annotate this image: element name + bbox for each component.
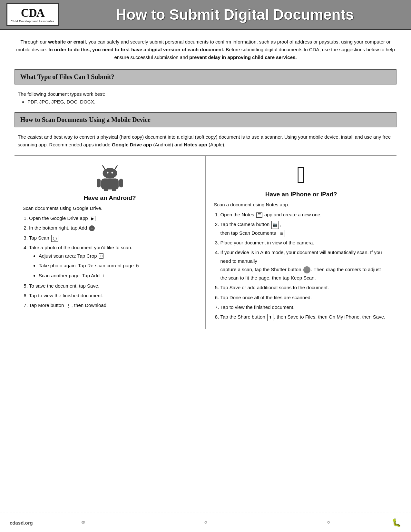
android-sub-step-4a: Adjust scan area: Tap Crop □ bbox=[39, 252, 197, 260]
svg-rect-6 bbox=[97, 179, 101, 187]
iphone-step-7: Tap to view the finished document. bbox=[220, 303, 389, 311]
rescan-icon: ↻ bbox=[136, 262, 140, 270]
section1-header: What Type of Files Can I Submit? bbox=[15, 69, 396, 84]
android-step-6: Tap to view the finished document. bbox=[29, 291, 197, 300]
svg-rect-7 bbox=[119, 179, 123, 187]
add-icon: + bbox=[89, 225, 95, 231]
android-step-2: In the bottom right, tap Add + bbox=[29, 224, 197, 232]
apple-icon:  bbox=[214, 162, 389, 188]
iphone-step-5: Tap Save or add additional scans to the … bbox=[220, 283, 389, 292]
google-drive-icon: ▶ bbox=[90, 216, 95, 221]
iphone-column:  Have an iPhone or iPad? Scan a documen… bbox=[206, 156, 397, 329]
more-dots-icon: ⋮ bbox=[66, 302, 71, 310]
android-title: Have an Android? bbox=[23, 194, 197, 202]
footer: cdasd.org ⚭ ⚬ ⚬ 🐛 bbox=[0, 513, 411, 532]
share-icon: ⬆ bbox=[267, 314, 273, 321]
android-step-4: Take a photo of the document you'd like … bbox=[29, 243, 197, 281]
footer-url: cdasd.org bbox=[10, 520, 33, 526]
main-content: Through our website or email, you can sa… bbox=[0, 30, 411, 337]
footer-butterfly-icon: 🐛 bbox=[392, 518, 401, 527]
iphone-steps: Open the Notes ☰ app and create a new on… bbox=[220, 211, 389, 321]
section1-list: PDF, JPG, JPEG, DOC, DOCX. bbox=[27, 98, 393, 106]
footer-doodle: ⚭ ⚬ ⚬ bbox=[33, 518, 392, 527]
iphone-step-3: Place your document in view of the camer… bbox=[220, 239, 389, 247]
android-sub-step-4c: Scan another page: Tap Add + bbox=[39, 271, 197, 281]
iphone-subtitle: Scan a document using Notes app. bbox=[214, 202, 389, 207]
section1-body: The following document types work best: … bbox=[15, 90, 396, 106]
section2-header: How to Scan Documents Using a Mobile Dev… bbox=[15, 112, 396, 127]
android-icon bbox=[23, 162, 197, 191]
camera-icon: 📷 bbox=[271, 221, 279, 229]
android-steps: Open the Google Drive app ▶ In the botto… bbox=[29, 214, 197, 310]
iphone-step-4: If your device is in Auto mode, your doc… bbox=[220, 248, 389, 282]
iphone-step-8: Tap the Share button ⬆, then Save to Fil… bbox=[220, 313, 389, 321]
iphone-step-2: Tap the Camera button 📷, then tap Scan D… bbox=[220, 220, 389, 237]
android-step-1: Open the Google Drive app ▶ bbox=[29, 214, 197, 222]
header: CDA Child Development Associates How to … bbox=[0, 0, 411, 30]
apple-logo-symbol:  bbox=[214, 162, 389, 188]
svg-point-4 bbox=[111, 172, 113, 173]
android-step-3: Tap Scan ◯ bbox=[29, 234, 197, 242]
notes-lines-icon: ☰ bbox=[256, 212, 262, 218]
shutter-icon bbox=[303, 266, 310, 273]
scan-icon: ◯ bbox=[51, 235, 58, 242]
section1-text: The following document types work best: bbox=[18, 90, 393, 98]
svg-point-3 bbox=[107, 172, 108, 173]
android-sub-step-4b: Take photo again: Tap Re-scan current pa… bbox=[39, 261, 197, 270]
crop-icon: □ bbox=[99, 253, 104, 259]
section2-body: The easiest and best way to convert a ph… bbox=[15, 133, 396, 149]
android-step-7: Tap More button ⋮, then Download. bbox=[29, 301, 197, 310]
list-item: PDF, JPG, JPEG, DOC, DOCX. bbox=[27, 98, 393, 106]
iphone-title: Have an iPhone or iPad? bbox=[214, 191, 389, 198]
page-title: How to Submit Digital Documents bbox=[65, 6, 405, 23]
logo-text: CDA bbox=[11, 6, 54, 20]
logo: CDA Child Development Associates bbox=[6, 3, 59, 26]
iphone-step-6: Tap Done once all of the files are scann… bbox=[220, 293, 389, 302]
svg-rect-5 bbox=[101, 178, 119, 189]
svg-rect-8 bbox=[104, 188, 108, 191]
add-cross-icon: + bbox=[102, 271, 104, 281]
android-subtitle: Scan documents using Google Drive. bbox=[23, 205, 197, 211]
android-step-5: To save the document, tap Save. bbox=[29, 282, 197, 290]
android-column: Have an Android? Scan documents using Go… bbox=[15, 156, 206, 329]
two-column-section: Have an Android? Scan documents using Go… bbox=[15, 155, 396, 329]
iphone-step-1: Open the Notes ☰ app and create a new on… bbox=[220, 211, 389, 219]
logo-subtext: Child Development Associates bbox=[11, 20, 54, 23]
svg-point-2 bbox=[103, 168, 117, 178]
section2-text: The easiest and best way to convert a ph… bbox=[18, 133, 393, 149]
scan-doc-icon: ▦ bbox=[278, 230, 285, 237]
intro-paragraph: Through our website or email, you can sa… bbox=[15, 38, 396, 61]
android-sub-steps: Adjust scan area: Tap Crop □ Take photo … bbox=[39, 252, 197, 281]
svg-rect-9 bbox=[112, 188, 116, 191]
